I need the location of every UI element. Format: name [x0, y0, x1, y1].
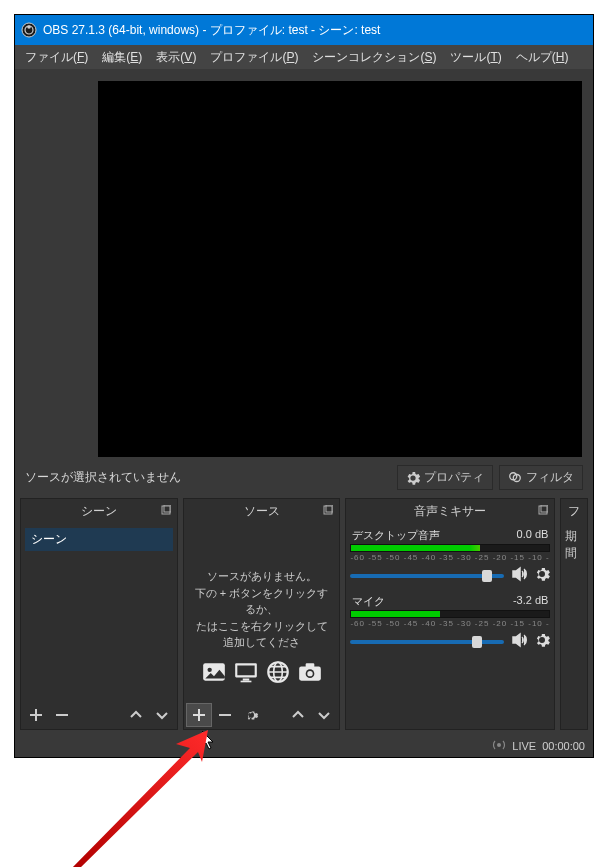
extra-panel: フ 期間: [560, 498, 588, 730]
mixer-track-desktop: デスクトップ音声 0.0 dB -60 -55 -50 -45 -40 -35 …: [350, 528, 550, 586]
extra-body: 期間: [561, 524, 587, 729]
svg-rect-13: [242, 678, 249, 680]
sources-list[interactable]: ソースがありません。 下の + ボタンをクリックするか、 たはここを右クリックし…: [184, 524, 340, 701]
volume-slider[interactable]: [350, 574, 504, 578]
filters-button[interactable]: フィルタ: [499, 465, 583, 490]
volume-slider[interactable]: [350, 640, 504, 644]
menu-file[interactable]: ファイル(F): [19, 46, 94, 69]
add-scene-button[interactable]: [23, 703, 49, 727]
sources-toolbar: [184, 701, 340, 729]
audio-mixer-panel: 音声ミキサー デスクトップ音声 0.0 dB -60 -55 -50 -45 -…: [345, 498, 555, 730]
mute-button[interactable]: [510, 565, 528, 586]
scene-down-button[interactable]: [149, 703, 175, 727]
gear-icon: [243, 707, 259, 723]
titlebar[interactable]: OBS 27.1.3 (64-bit, windows) - プロファイル: t…: [15, 15, 593, 45]
mute-button[interactable]: [510, 631, 528, 652]
image-icon: [201, 659, 227, 685]
menu-tools[interactable]: ツール(T): [444, 46, 507, 69]
source-properties-button[interactable]: [238, 703, 264, 727]
obs-window: OBS 27.1.3 (64-bit, windows) - プロファイル: t…: [14, 14, 594, 758]
volume-meter: [350, 544, 550, 552]
scene-item[interactable]: シーン: [25, 528, 173, 551]
svg-point-23: [497, 743, 501, 747]
chevron-up-icon: [128, 707, 144, 723]
live-time: 00:00:00: [542, 740, 585, 752]
filter-icon: [508, 471, 522, 485]
gear-icon: [534, 632, 550, 648]
source-up-button[interactable]: [285, 703, 311, 727]
gear-icon: [534, 566, 550, 582]
svg-rect-14: [240, 680, 251, 682]
sources-header: ソース: [184, 499, 340, 524]
mixer-header: 音声ミキサー: [346, 499, 554, 524]
svg-rect-12: [237, 665, 254, 675]
properties-button[interactable]: プロパティ: [397, 465, 493, 490]
menu-profile[interactable]: プロファイル(P): [204, 46, 304, 69]
plus-icon: [28, 707, 44, 723]
scenes-panel: シーン シーン: [20, 498, 178, 730]
mixer-body: デスクトップ音声 0.0 dB -60 -55 -50 -45 -40 -35 …: [346, 524, 554, 729]
db-scale: -60 -55 -50 -45 -40 -35 -30 -25 -20 -15 …: [350, 618, 550, 629]
status-text: ソースが選択されていません: [25, 469, 391, 486]
svg-point-10: [207, 667, 211, 671]
add-source-button[interactable]: [186, 703, 212, 727]
remove-scene-button[interactable]: [49, 703, 75, 727]
svg-point-0: [22, 23, 36, 37]
gear-icon: [406, 471, 420, 485]
menubar: ファイル(F) 編集(E) 表示(V) プロファイル(P) シーンコレクション(…: [15, 45, 593, 69]
broadcast-icon: [492, 738, 506, 754]
dock-popout-icon[interactable]: [161, 504, 171, 518]
svg-rect-21: [539, 506, 547, 514]
dock-popout-icon[interactable]: [538, 504, 548, 518]
db-scale: -60 -55 -50 -45 -40 -35 -30 -25 -20 -15 …: [350, 552, 550, 563]
menu-edit[interactable]: 編集(E): [96, 46, 148, 69]
scenes-toolbar: [21, 701, 177, 729]
globe-icon: [265, 659, 291, 685]
chevron-up-icon: [290, 707, 306, 723]
extra-header: フ: [561, 499, 587, 524]
track-name: デスクトップ音声: [352, 528, 440, 543]
footer: LIVE 00:00:00: [15, 735, 593, 757]
track-db: 0.0 dB: [517, 528, 549, 543]
track-settings-button[interactable]: [534, 632, 550, 651]
plus-icon: [191, 707, 207, 723]
sources-panel: ソース ソースがありません。 下の + ボタンをクリックするか、 たはここを右ク…: [183, 498, 341, 730]
preview-area: [15, 69, 593, 457]
speaker-icon: [510, 631, 528, 649]
scene-up-button[interactable]: [123, 703, 149, 727]
mixer-track-mic: マイク -3.2 dB -60 -55 -50 -45 -40 -35 -30 …: [350, 594, 550, 652]
chevron-down-icon: [316, 707, 332, 723]
svg-rect-5: [162, 506, 170, 514]
menu-help[interactable]: ヘルプ(H): [510, 46, 575, 69]
menu-scene-collection[interactable]: シーンコレクション(S): [306, 46, 442, 69]
camera-icon: [297, 659, 323, 685]
svg-point-20: [307, 670, 312, 675]
minus-icon: [217, 707, 233, 723]
content-area: ソースが選択されていません プロパティ フィルタ シーン シーン: [15, 69, 593, 757]
titlebar-text: OBS 27.1.3 (64-bit, windows) - プロファイル: t…: [43, 22, 380, 39]
svg-rect-7: [324, 506, 332, 514]
track-name: マイク: [352, 594, 385, 609]
source-down-button[interactable]: [311, 703, 337, 727]
status-row: ソースが選択されていません プロパティ フィルタ: [15, 457, 593, 498]
track-db: -3.2 dB: [513, 594, 548, 609]
scenes-header: シーン: [21, 499, 177, 524]
dock-popout-icon[interactable]: [323, 504, 333, 518]
menu-view[interactable]: 表示(V): [150, 46, 202, 69]
obs-logo-icon: [21, 22, 37, 38]
sources-empty-message: ソースがありません。 下の + ボタンをクリックするか、 たはここを右クリックし…: [188, 528, 336, 693]
chevron-down-icon: [154, 707, 170, 723]
dock-panels: シーン シーン ソース: [15, 498, 593, 735]
remove-source-button[interactable]: [212, 703, 238, 727]
svg-rect-18: [305, 663, 314, 667]
scenes-list[interactable]: シーン: [21, 524, 177, 701]
preview-canvas[interactable]: [98, 81, 582, 457]
volume-meter: [350, 610, 550, 618]
minus-icon: [54, 707, 70, 723]
svg-point-2: [27, 25, 31, 29]
track-settings-button[interactable]: [534, 566, 550, 585]
speaker-icon: [510, 565, 528, 583]
live-label: LIVE: [512, 740, 536, 752]
display-icon: [233, 659, 259, 685]
